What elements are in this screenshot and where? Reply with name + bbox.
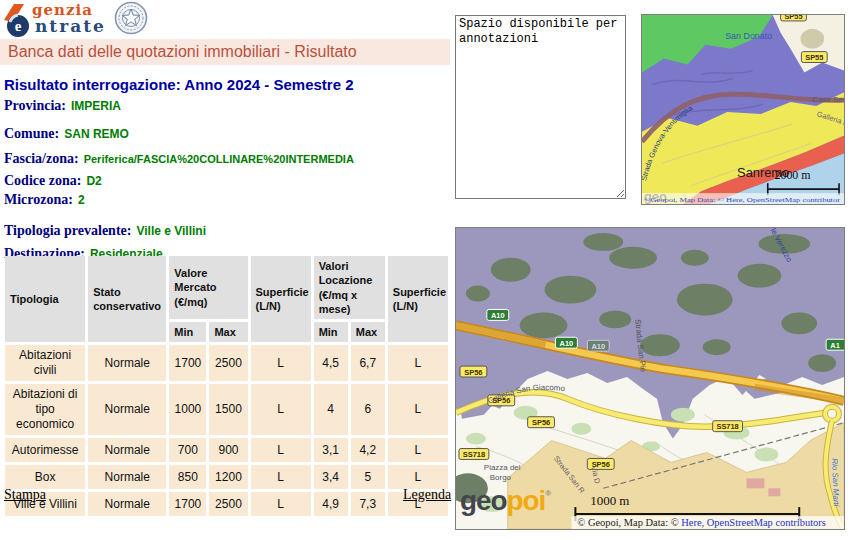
geopoi-logo: geopoi®	[460, 485, 551, 516]
table-row: BoxNormale 8501200 L3,4 5L	[5, 465, 448, 489]
here-link[interactable]: Here,	[681, 517, 704, 528]
field-provincia: Provincia:IMPERIA	[4, 97, 452, 114]
field-fascia-zona: Fascia/zona:Periferica/FASCIA%20COLLINAR…	[4, 150, 452, 167]
map-label-casa-sere: Casa Sere	[812, 95, 844, 104]
ss718-shield-1: SS718	[713, 421, 743, 432]
col-header-vl-max: Max	[351, 322, 385, 342]
svg-text:SP55: SP55	[784, 15, 802, 21]
col-header-vl-min: Min	[314, 322, 348, 342]
col-header-vm-min: Min	[169, 322, 206, 342]
col-header-valori-locazione: Valori Locazione (€/mq x mese)	[314, 256, 385, 319]
map-label-san-donato: San Donato	[725, 31, 772, 41]
urban-block-1	[747, 478, 765, 488]
scale-label: 2000 m	[775, 168, 812, 182]
sp55-shield-1: SP55	[781, 15, 807, 21]
svg-text:SP55: SP55	[805, 53, 823, 62]
field-microzona: Microzona:2	[4, 191, 452, 208]
ss718-shield-2: SS718	[459, 449, 489, 460]
map-attribution[interactable]: ©Geopoi, Map Data: © Here, OpenStreetMap…	[644, 196, 841, 203]
field-codice-zona: Codice zona:D2	[4, 172, 452, 189]
col-header-stato-conservativo: Stato conservativo	[88, 256, 166, 342]
table-row: Abitazioni di tipo economicoNormale 1000…	[5, 384, 448, 435]
legenda-link[interactable]: Legenda	[403, 487, 451, 503]
zone-beige-blob	[800, 29, 824, 49]
page: e genzia ntrate Banca dati delle quotazi…	[0, 0, 866, 540]
col-header-tipologia: Tipologia	[5, 256, 85, 342]
a10-shield-2: A10	[555, 337, 577, 348]
result-heading-label: Risultato interrogazione:	[4, 76, 181, 93]
col-header-superficie-2: Superficie (L/N)	[388, 256, 448, 342]
page-title: Banca dati delle quotazioni immobiliari …	[0, 39, 450, 65]
urban-block-2	[768, 488, 780, 496]
stampa-link[interactable]: Stampa	[4, 487, 46, 503]
sp56-shield-3: SP56	[528, 417, 555, 428]
table-row: Ville e VilliniNormale 17002500 L4,9 7,3…	[5, 492, 448, 516]
svg-text:SS718: SS718	[463, 450, 485, 459]
svg-text:A1: A1	[830, 341, 840, 350]
svg-text:SS718: SS718	[716, 422, 738, 431]
table-row: AutorimesseNormale 700900 L3,1 4,2L	[5, 438, 448, 462]
result-period: Anno 2024 - Semestre 2	[184, 76, 353, 93]
svg-text:A10: A10	[591, 342, 605, 351]
result-summary: Risultato interrogazione: Anno 2024 - Se…	[4, 76, 452, 262]
result-heading: Risultato interrogazione: Anno 2024 - Se…	[4, 76, 452, 93]
agenzia-logo-mark-icon: e	[2, 2, 36, 38]
field-comune: Comune:SAN REMO	[4, 125, 452, 142]
a10-shield-right: A1	[826, 339, 844, 350]
svg-text:SP56: SP56	[532, 418, 550, 427]
a10-shield-1: A10	[487, 309, 509, 320]
a10-shield-3: A10	[587, 340, 609, 351]
map-label-piazza-del-borgo-1: Piazza del	[484, 463, 521, 472]
table-row: Abitazioni civiliNormale 17002500 L4,5 6…	[5, 345, 448, 381]
scale-label: 1000 m	[590, 493, 629, 508]
col-header-superficie-1: Superficie (L/N)	[251, 256, 311, 342]
col-header-vm-max: Max	[209, 322, 247, 342]
map-attribution: © Geopoi, Map Data: © Here, OpenStreetMa…	[577, 517, 825, 528]
quotazioni-table: Tipologia Stato conservativo Valore Merc…	[2, 253, 451, 519]
svg-text:A10: A10	[491, 311, 505, 320]
svg-text:A10: A10	[560, 339, 574, 348]
agenzia-entrate-logo[interactable]: e genzia ntrate	[2, 0, 162, 38]
map-label-piazza-del-borgo-2: Borgo	[490, 473, 512, 482]
annotations-textarea[interactable]: Spazio disponibile per annotazioni	[455, 15, 626, 199]
zone-map-small[interactable]: San Donato SP55 SP55 Casa Sere Galleria …	[641, 14, 845, 205]
logo-text-entrate: ntrate	[35, 16, 106, 36]
field-tipologia-prevalente: Tipologia prevalente:Ville e Villini	[4, 222, 452, 239]
sp55-shield-2: SP55	[801, 52, 827, 63]
osm-link[interactable]: OpenStreetMap contributors	[704, 517, 826, 528]
map-label-rio-san-martino: Rio San Marti	[830, 458, 841, 507]
svg-text:SP56: SP56	[464, 368, 482, 377]
col-header-valore-mercato: Valore Mercato (€/mq)	[169, 256, 247, 319]
sp56-shield-1: SP56	[460, 366, 487, 377]
italy-emblem-icon	[114, 1, 148, 35]
overview-map-large[interactable]: A10 A10 A10 A1 SP56 SP56	[455, 227, 845, 530]
logo-sphere-letter: e	[15, 18, 22, 34]
